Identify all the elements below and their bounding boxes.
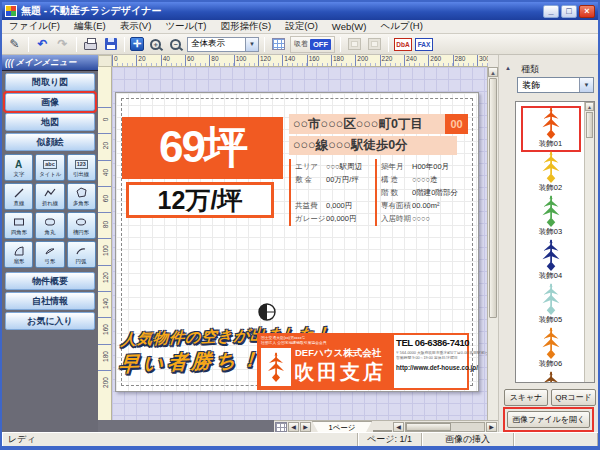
zoom-in-button[interactable]: ＋ [147,36,164,53]
compass-icon[interactable] [256,301,278,323]
print-button[interactable] [82,36,99,53]
flyer-spec-table-left[interactable]: エリア○○○駅周辺 敷 金00万円/坪 共益費0,000円 ガレージ00,000… [289,159,374,226]
decoration-item[interactable]: 装飾03 [522,195,580,239]
sidebar-item-favorites[interactable]: お気に入り [5,312,95,330]
tool-ellipse[interactable]: 楕円形 [67,212,96,239]
scrollbar-thumb[interactable] [406,423,451,431]
decoration-item[interactable]: 装飾01 [522,107,580,151]
open-image-file-button[interactable]: 画像ファイルを開く [507,411,590,428]
sidebar-item-company-info[interactable]: 自社情報 [5,292,95,310]
decoration-item[interactable] [522,371,580,383]
next-page-button[interactable]: ▶ [300,422,311,432]
menu-item[interactable]: ツール(T) [158,20,213,33]
phone-number: TEL 06-6386-7410 [396,337,465,348]
save-button[interactable] [102,36,119,53]
flyer-company-block[interactable]: 国土交通大臣(xx)第xxxx号 社団法人 全国宅地建物取引業協会会員 [257,333,392,390]
tool-bow[interactable]: 弓形 [35,241,64,268]
flyer-address-line1[interactable]: ○○市○○○区○○○町0丁目 00 [289,114,468,134]
decoration-item[interactable]: 装飾04 [522,239,580,283]
layer-icon [348,38,361,50]
fax-button[interactable]: FAX [415,38,433,51]
snap-toggle-button[interactable]: 吸着 OFF [290,36,335,53]
title-bar[interactable]: 無題 - 不動産チラシデザイナー _ □ × [2,2,598,20]
grid-toggle-button[interactable] [270,36,287,53]
sidebar-item-portrait[interactable]: 似顔絵 [5,133,95,151]
dba-button[interactable]: DbA [394,38,412,51]
tool-arc[interactable]: 円弧 [67,241,96,268]
flyer-spec-table-right[interactable]: 築年月H00年00月 構 造○○○○造 階 数0階建0階部分 専有面積00.00… [375,159,475,226]
menu-item[interactable]: ファイル(F) [2,20,67,33]
ruler-tick-label: 120 [98,265,111,291]
scroll-up-icon[interactable]: ▲ [585,102,594,111]
undo-button[interactable]: ↶ [34,36,51,53]
zoom-level-select[interactable]: 全体表示 ▼ [187,37,259,52]
scanner-button[interactable]: スキャナ [504,389,548,406]
menu-item[interactable]: ヘルプ(H) [374,20,430,33]
copy-disabled-button[interactable] [346,36,363,53]
decoration-item[interactable]: 装飾06 [522,327,580,371]
canvas-vertical-scrollbar[interactable]: ▲ [487,67,498,420]
scroll-left-icon[interactable]: ◀ [393,422,404,432]
prev-page-button[interactable]: ◀ [288,422,299,432]
maximize-button[interactable]: □ [561,5,577,18]
minimize-button[interactable]: _ [543,5,559,18]
decoration-item[interactable]: 装飾05 [522,283,580,327]
ruler-tick-label: 60 [98,186,111,212]
tool-polygon[interactable]: 多角形 [67,183,96,210]
menu-bar: ファイル(F)編集(E)表示(V)ツール(T)図形操作(S)設定(O)Web(W… [2,20,598,34]
menu-item[interactable]: 表示(V) [113,20,159,33]
tool-polyline[interactable]: 折れ線 [35,183,64,210]
sidebar-item-map[interactable]: 地図 [5,113,95,131]
tool-rounded-rect[interactable]: 角丸 [35,212,64,239]
flyer-address-badge: 00 [445,114,468,134]
zoom-out-button[interactable]: − [167,36,184,53]
menu-item[interactable]: 図形操作(S) [213,20,278,33]
qr-code-button[interactable]: QRコード [551,389,596,406]
table-row: 階 数0階建0階部分 [381,186,475,199]
collapse-panel-icon[interactable]: ▲ [505,65,511,71]
scrollbar-thumb[interactable] [586,112,593,138]
tool-text[interactable]: A 文字 [4,154,33,181]
close-button[interactable]: × [579,5,595,18]
flyer-contact-block[interactable]: TEL 06-6386-7410 〒564-0000 大阪府吹田市垂水町0丁目0… [392,333,469,390]
ruler-tick-label: 40 [161,55,185,66]
flyer-page[interactable]: 69坪 12万/坪 ○○市○○○区○○○町0丁目 00 ○○○線○○○駅徒歩0分… [115,92,479,392]
redo-button[interactable]: ↷ [54,36,71,53]
canvas-horizontal-scrollbar[interactable] [405,422,485,432]
menu-item[interactable]: Web(W) [325,21,374,32]
ruler-tick-label: 180 [98,344,111,370]
fit-view-button[interactable]: ✛ [130,37,144,51]
flyer-price-object[interactable]: 12万/坪 [126,182,274,218]
select-tool-button[interactable]: ✎ [6,36,23,53]
canvas[interactable]: 69坪 12万/坪 ○○市○○○区○○○町0丁目 00 ○○○線○○○駅徒歩0分… [112,67,487,420]
tool-sector[interactable]: 扇形 [4,241,33,268]
shape-tool-grid: A 文字 abc タイトル 123 引出線 直線 折れ線 多角形 四角形 [4,154,96,268]
flyer-area-object[interactable]: 69坪 [122,117,283,179]
bow-icon [44,244,56,258]
paste-disabled-button[interactable] [366,36,383,53]
flyer-address-line2[interactable]: ○○○線○○○駅徒歩0分 [289,136,457,155]
menu-item[interactable]: 設定(O) [278,20,325,33]
tool-leader-line[interactable]: 123 引出線 [67,154,96,181]
sidebar-item-floorplan[interactable]: 間取り図 [5,73,95,91]
zoom-level-value: 全体表示 [188,38,245,50]
sidebar-item-image[interactable]: 画像 [5,93,95,111]
scroll-right-icon[interactable]: ▶ [486,422,497,432]
decoration-label: 装飾04 [539,271,562,280]
scroll-up-icon[interactable]: ▲ [488,67,498,77]
printer-icon [84,42,97,50]
menu-item[interactable]: 編集(E) [67,20,113,33]
page-tab[interactable]: 1ページ [312,421,372,432]
scrollbar-thumb[interactable] [489,78,497,318]
tool-title[interactable]: abc タイトル [35,154,64,181]
type-select[interactable]: 装飾 ▼ [517,77,594,93]
chevron-down-icon: ▼ [579,78,593,92]
tool-line[interactable]: 直線 [4,183,33,210]
tool-rectangle[interactable]: 四角形 [4,212,33,239]
main-menu-header[interactable]: ((( メインメニュー [2,55,98,71]
sidebar-item-property-summary[interactable]: 物件概要 [5,272,95,290]
ruler-tick-label: 260 [428,55,452,66]
list-scrollbar[interactable]: ▲ [584,102,594,382]
page-grid-icon[interactable] [275,422,287,432]
decoration-item[interactable]: 装飾02 [522,151,580,195]
